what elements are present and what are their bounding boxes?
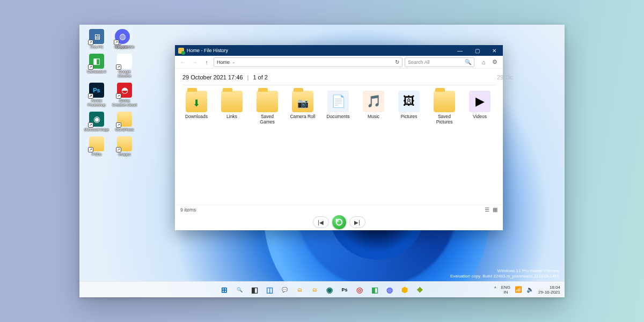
- next-version-button[interactable]: ▶|: [352, 217, 363, 227]
- toolbar: ← → ↑ Home ⌄ ↻ Search All 🔍 ⌂ ⚙: [175, 56, 503, 69]
- taskbar-chat[interactable]: 💬: [278, 283, 291, 296]
- version-date: 29 October 2021 17:46: [182, 74, 243, 80]
- maximize-button[interactable]: ▢: [469, 45, 486, 56]
- watermark-line2: Evaluation copy. Build 22483.rs_prerelea…: [450, 274, 559, 279]
- desktop-icon-label: Camtasia 9: [84, 70, 109, 74]
- videos-icon: ▶: [469, 91, 491, 112]
- item-camera-roll[interactable]: 📷Camera Roll: [289, 91, 317, 119]
- nav-back-button[interactable]: ←: [178, 57, 188, 67]
- watermark-line1: Windows 11 Pro Insider Preview: [450, 268, 559, 274]
- psds-icon: ↗: [89, 136, 104, 151]
- widgets-icon: ◫: [266, 286, 273, 294]
- item-music[interactable]: 🎵Music: [360, 91, 387, 119]
- sound-icon[interactable]: 🔈: [526, 286, 534, 293]
- desktop-icon-chrome[interactable]: ◎↗Google Chrome: [112, 54, 137, 78]
- wifi-icon[interactable]: 📶: [515, 286, 522, 293]
- view-details-icon[interactable]: ☰: [485, 207, 489, 213]
- taskbar-widgets[interactable]: ◫: [263, 283, 276, 296]
- taskbar-misc1[interactable]: ⬢: [398, 283, 411, 296]
- item-documents[interactable]: 📄Documents: [324, 91, 352, 119]
- clock-date: 29-10-2021: [538, 290, 560, 295]
- chrome-icon: ◎↗: [117, 54, 132, 69]
- filehistory-icon: 🗂: [312, 287, 317, 292]
- previous-version-button[interactable]: |◀: [316, 217, 326, 227]
- camtasia-icon: ◧↗: [89, 54, 104, 69]
- address-refresh-icon[interactable]: ↻: [395, 59, 399, 65]
- desktop-icon-thispc[interactable]: 🖥↗This PC: [84, 29, 109, 49]
- item-saved-games[interactable]: Saved Games: [253, 91, 281, 125]
- item-pictures[interactable]: 🖼Pictures: [395, 91, 423, 119]
- status-bar: 9 items ☰ ▦: [175, 204, 503, 214]
- taskbar-misc2[interactable]: ❖: [413, 283, 426, 296]
- taskbar-explorer[interactable]: 🗂: [293, 283, 306, 296]
- documents-icon: 📄: [327, 91, 349, 112]
- minimize-button[interactable]: —: [451, 45, 469, 56]
- settings-button[interactable]: ⚙: [490, 57, 500, 67]
- desktop-icon-camtasia[interactable]: ◧↗Camtasia 9: [84, 54, 109, 74]
- taskbar-camtasia[interactable]: ◧: [368, 283, 381, 296]
- images-icon: ↗: [117, 136, 132, 151]
- item-downloads[interactable]: ⬇Downloads: [182, 91, 210, 119]
- prev-pill: |◀: [313, 216, 329, 228]
- item-label: Saved Games: [253, 114, 281, 125]
- desktop-icon-creativecloud[interactable]: ◓↗Adobe Creative Cloud: [112, 83, 137, 107]
- desktop-icon-edge[interactable]: ◉↗Microsoft Edge: [84, 112, 109, 132]
- shortcut-badge: ↗: [116, 93, 121, 99]
- restore-button[interactable]: [332, 215, 346, 229]
- item-label: Camera Roll: [289, 114, 317, 119]
- nav-up-button[interactable]: ↑: [202, 57, 211, 67]
- edge-icon: ◉: [326, 286, 333, 294]
- address-dropdown-icon[interactable]: ⌄: [232, 60, 236, 64]
- shortcut-badge: ↗: [88, 147, 93, 152]
- taskbar-discord[interactable]: ◍: [383, 283, 396, 296]
- item-label: Links: [218, 114, 246, 119]
- nav-forward-button[interactable]: →: [190, 57, 200, 67]
- taskbar-taskview[interactable]: ◧: [248, 283, 261, 296]
- wordpress-icon: ↗: [117, 112, 132, 127]
- taskview-icon: ◧: [251, 286, 258, 294]
- clock[interactable]: 18:04 29-10-2021: [538, 285, 560, 295]
- start-icon: ⊞: [221, 286, 228, 294]
- item-label: Documents: [324, 114, 352, 119]
- shortcut-badge: ↗: [88, 93, 93, 99]
- app-icon: [178, 48, 184, 54]
- system-tray: ˄ ENG IN 📶 🔈 18:04 29-10-2021: [494, 285, 565, 295]
- taskbar: ⊞🔍◧◫💬🗂🗂◉Ps◎◧◍⬢❖ ˄ ENG IN 📶 🔈 18:04 29-10…: [79, 281, 565, 297]
- desktop-icon-discord[interactable]: ◍↗Discord: [109, 29, 135, 49]
- item-links[interactable]: Links: [218, 91, 246, 119]
- desktop-icon-wordpress[interactable]: ↗WordPress: [112, 112, 137, 132]
- desktop-icon-label: Images: [112, 152, 137, 157]
- language-indicator[interactable]: ENG IN: [501, 285, 510, 295]
- desktop-icon-label: Adobe Photoshop: [84, 99, 109, 107]
- folder-icon: [257, 91, 278, 112]
- shortcut-badge: ↗: [116, 147, 121, 152]
- taskbar-edge[interactable]: ◉: [323, 283, 336, 296]
- desktop-icon-label: Microsoft Edge: [84, 128, 109, 132]
- taskbar-filehistory[interactable]: 🗂: [308, 283, 321, 296]
- taskbar-start[interactable]: ⊞: [218, 283, 231, 296]
- shortcut-badge: ↗: [116, 64, 121, 70]
- address-bar[interactable]: Home ⌄ ↻: [214, 57, 402, 67]
- heading-separator: |: [247, 74, 249, 80]
- item-videos[interactable]: ▶Videos: [466, 91, 494, 119]
- search-box[interactable]: Search All 🔍: [405, 57, 474, 67]
- view-grid-icon[interactable]: ▦: [493, 207, 497, 213]
- desktop-icon-psds[interactable]: ↗PSDs: [84, 136, 109, 157]
- desktop-icon-photoshop[interactable]: Ps↗Adobe Photoshop: [84, 83, 109, 107]
- desktop-icon-label: Adobe Creative Cloud: [112, 99, 137, 107]
- next-pill: ▶|: [349, 216, 365, 228]
- titlebar[interactable]: Home - File History — ▢ ✕: [175, 45, 503, 56]
- folder-icon: ⬇: [186, 91, 207, 112]
- tray-overflow-icon[interactable]: ˄: [494, 286, 497, 293]
- close-button[interactable]: ✕: [486, 45, 503, 56]
- taskbar-photoshop[interactable]: Ps: [338, 283, 351, 296]
- folder-icon: 📷: [292, 91, 313, 112]
- shortcut-badge: ↗: [88, 64, 93, 70]
- taskbar-chrome[interactable]: ◎: [353, 283, 366, 296]
- taskbar-search[interactable]: 🔍: [233, 283, 246, 296]
- misc1-icon: ⬢: [401, 286, 408, 294]
- shortcut-badge: ↗: [88, 122, 93, 128]
- item-saved-pictures[interactable]: Saved Pictures: [430, 91, 458, 125]
- home-button[interactable]: ⌂: [479, 57, 488, 67]
- desktop-icon-images[interactable]: ↗Images: [112, 136, 137, 157]
